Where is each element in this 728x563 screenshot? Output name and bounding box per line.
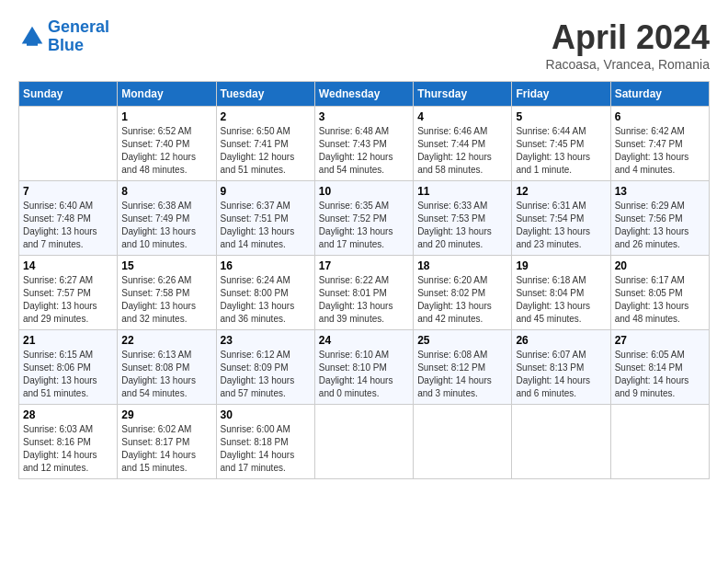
calendar-cell: 16Sunrise: 6:24 AM Sunset: 8:00 PM Dayli… — [216, 256, 314, 330]
day-number: 1 — [121, 110, 211, 123]
col-header-monday: Monday — [118, 82, 216, 107]
calendar-week-row: 21Sunrise: 6:15 AM Sunset: 8:06 PM Dayli… — [19, 330, 710, 405]
col-header-tuesday: Tuesday — [216, 82, 314, 107]
day-info: Sunrise: 6:31 AM Sunset: 7:54 PM Dayligh… — [516, 200, 606, 251]
day-number: 24 — [319, 334, 409, 347]
day-info: Sunrise: 6:15 AM Sunset: 8:06 PM Dayligh… — [23, 349, 113, 400]
logo: General Blue — [18, 18, 109, 55]
day-info: Sunrise: 6:20 AM Sunset: 8:02 PM Dayligh… — [417, 274, 507, 326]
day-number: 21 — [23, 334, 113, 347]
title-block: April 2024 Racoasa, Vrancea, Romania — [546, 18, 710, 72]
calendar-cell: 4Sunrise: 6:46 AM Sunset: 7:44 PM Daylig… — [414, 107, 512, 181]
col-header-thursday: Thursday — [414, 82, 512, 107]
calendar-cell: 12Sunrise: 6:31 AM Sunset: 7:54 PM Dayli… — [512, 181, 610, 256]
calendar-week-row: 1Sunrise: 6:52 AM Sunset: 7:40 PM Daylig… — [19, 107, 710, 181]
day-number: 2 — [221, 110, 311, 123]
logo-line1: General — [48, 17, 109, 36]
day-info: Sunrise: 6:35 AM Sunset: 7:52 PM Dayligh… — [319, 200, 409, 251]
day-info: Sunrise: 6:22 AM Sunset: 8:01 PM Dayligh… — [319, 274, 409, 326]
calendar-cell — [314, 405, 413, 479]
calendar-cell: 19Sunrise: 6:18 AM Sunset: 8:04 PM Dayli… — [512, 256, 610, 330]
svg-rect-1 — [27, 42, 38, 46]
day-info: Sunrise: 6:33 AM Sunset: 7:53 PM Dayligh… — [417, 200, 507, 251]
day-info: Sunrise: 6:10 AM Sunset: 8:10 PM Dayligh… — [319, 349, 409, 400]
day-number: 16 — [221, 259, 311, 272]
day-info: Sunrise: 6:27 AM Sunset: 7:57 PM Dayligh… — [23, 274, 113, 326]
calendar-cell — [610, 405, 709, 479]
day-number: 11 — [417, 185, 507, 198]
day-info: Sunrise: 6:05 AM Sunset: 8:14 PM Dayligh… — [615, 349, 705, 400]
logo-text: General Blue — [48, 18, 109, 55]
day-info: Sunrise: 6:17 AM Sunset: 8:05 PM Dayligh… — [615, 274, 705, 326]
calendar-cell: 22Sunrise: 6:13 AM Sunset: 8:08 PM Dayli… — [118, 330, 216, 405]
day-number: 7 — [23, 185, 113, 198]
calendar-cell: 18Sunrise: 6:20 AM Sunset: 8:02 PM Dayli… — [414, 256, 512, 330]
calendar-cell: 6Sunrise: 6:42 AM Sunset: 7:47 PM Daylig… — [610, 107, 709, 181]
day-number: 19 — [516, 259, 606, 272]
calendar-cell: 27Sunrise: 6:05 AM Sunset: 8:14 PM Dayli… — [610, 330, 709, 405]
calendar-cell: 26Sunrise: 6:07 AM Sunset: 8:13 PM Dayli… — [512, 330, 610, 405]
day-number: 22 — [121, 334, 211, 347]
calendar-cell: 5Sunrise: 6:44 AM Sunset: 7:45 PM Daylig… — [512, 107, 610, 181]
svg-marker-0 — [22, 27, 43, 44]
calendar-cell: 29Sunrise: 6:02 AM Sunset: 8:17 PM Dayli… — [118, 405, 216, 479]
day-number: 30 — [221, 408, 311, 421]
day-info: Sunrise: 6:03 AM Sunset: 8:16 PM Dayligh… — [23, 423, 113, 475]
calendar-cell: 17Sunrise: 6:22 AM Sunset: 8:01 PM Dayli… — [314, 256, 413, 330]
subtitle: Racoasa, Vrancea, Romania — [546, 57, 710, 72]
day-info: Sunrise: 6:48 AM Sunset: 7:43 PM Dayligh… — [319, 125, 409, 177]
calendar-cell — [512, 405, 610, 479]
calendar-cell: 11Sunrise: 6:33 AM Sunset: 7:53 PM Dayli… — [414, 181, 512, 256]
day-info: Sunrise: 6:38 AM Sunset: 7:49 PM Dayligh… — [121, 200, 211, 251]
day-info: Sunrise: 6:26 AM Sunset: 7:58 PM Dayligh… — [121, 274, 211, 326]
day-info: Sunrise: 6:44 AM Sunset: 7:45 PM Dayligh… — [516, 125, 606, 177]
day-info: Sunrise: 6:00 AM Sunset: 8:18 PM Dayligh… — [221, 423, 311, 475]
day-number: 13 — [615, 185, 705, 198]
day-info: Sunrise: 6:18 AM Sunset: 8:04 PM Dayligh… — [516, 274, 606, 326]
calendar-week-row: 14Sunrise: 6:27 AM Sunset: 7:57 PM Dayli… — [19, 256, 710, 330]
calendar-cell: 15Sunrise: 6:26 AM Sunset: 7:58 PM Dayli… — [118, 256, 216, 330]
col-header-friday: Friday — [512, 82, 610, 107]
day-number: 3 — [319, 110, 409, 123]
calendar-cell: 23Sunrise: 6:12 AM Sunset: 8:09 PM Dayli… — [216, 330, 314, 405]
calendar-cell: 24Sunrise: 6:10 AM Sunset: 8:10 PM Dayli… — [314, 330, 413, 405]
day-number: 18 — [417, 259, 507, 272]
day-info: Sunrise: 6:40 AM Sunset: 7:48 PM Dayligh… — [23, 200, 113, 251]
day-number: 25 — [417, 334, 507, 347]
day-info: Sunrise: 6:29 AM Sunset: 7:56 PM Dayligh… — [615, 200, 705, 251]
calendar-cell: 1Sunrise: 6:52 AM Sunset: 7:40 PM Daylig… — [118, 107, 216, 181]
calendar-cell: 9Sunrise: 6:37 AM Sunset: 7:51 PM Daylig… — [216, 181, 314, 256]
day-info: Sunrise: 6:50 AM Sunset: 7:41 PM Dayligh… — [221, 125, 311, 177]
calendar-cell: 8Sunrise: 6:38 AM Sunset: 7:49 PM Daylig… — [118, 181, 216, 256]
day-info: Sunrise: 6:42 AM Sunset: 7:47 PM Dayligh… — [615, 125, 705, 177]
calendar-table: SundayMondayTuesdayWednesdayThursdayFrid… — [18, 81, 710, 479]
day-number: 6 — [615, 110, 705, 123]
main-title: April 2024 — [546, 18, 710, 57]
calendar-cell: 13Sunrise: 6:29 AM Sunset: 7:56 PM Dayli… — [610, 181, 709, 256]
day-info: Sunrise: 6:24 AM Sunset: 8:00 PM Dayligh… — [221, 274, 311, 326]
calendar-week-row: 7Sunrise: 6:40 AM Sunset: 7:48 PM Daylig… — [19, 181, 710, 256]
day-info: Sunrise: 6:08 AM Sunset: 8:12 PM Dayligh… — [417, 349, 507, 400]
calendar-cell: 14Sunrise: 6:27 AM Sunset: 7:57 PM Dayli… — [19, 256, 118, 330]
calendar-cell: 30Sunrise: 6:00 AM Sunset: 8:18 PM Dayli… — [216, 405, 314, 479]
col-header-wednesday: Wednesday — [314, 82, 413, 107]
day-info: Sunrise: 6:13 AM Sunset: 8:08 PM Dayligh… — [121, 349, 211, 400]
day-number: 20 — [615, 259, 705, 272]
calendar-cell — [19, 107, 118, 181]
day-number: 4 — [417, 110, 507, 123]
day-number: 8 — [121, 185, 211, 198]
calendar-cell: 20Sunrise: 6:17 AM Sunset: 8:05 PM Dayli… — [610, 256, 709, 330]
day-number: 27 — [615, 334, 705, 347]
day-info: Sunrise: 6:12 AM Sunset: 8:09 PM Dayligh… — [221, 349, 311, 400]
calendar-cell: 7Sunrise: 6:40 AM Sunset: 7:48 PM Daylig… — [19, 181, 118, 256]
calendar-cell: 25Sunrise: 6:08 AM Sunset: 8:12 PM Dayli… — [414, 330, 512, 405]
col-header-sunday: Sunday — [19, 82, 118, 107]
calendar-header-row: SundayMondayTuesdayWednesdayThursdayFrid… — [19, 82, 710, 107]
calendar-cell: 10Sunrise: 6:35 AM Sunset: 7:52 PM Dayli… — [314, 181, 413, 256]
day-number: 26 — [516, 334, 606, 347]
page-header: General Blue April 2024 Racoasa, Vrancea… — [18, 18, 710, 72]
day-number: 23 — [221, 334, 311, 347]
day-info: Sunrise: 6:07 AM Sunset: 8:13 PM Dayligh… — [516, 349, 606, 400]
day-number: 9 — [221, 185, 311, 198]
logo-icon — [18, 23, 46, 51]
